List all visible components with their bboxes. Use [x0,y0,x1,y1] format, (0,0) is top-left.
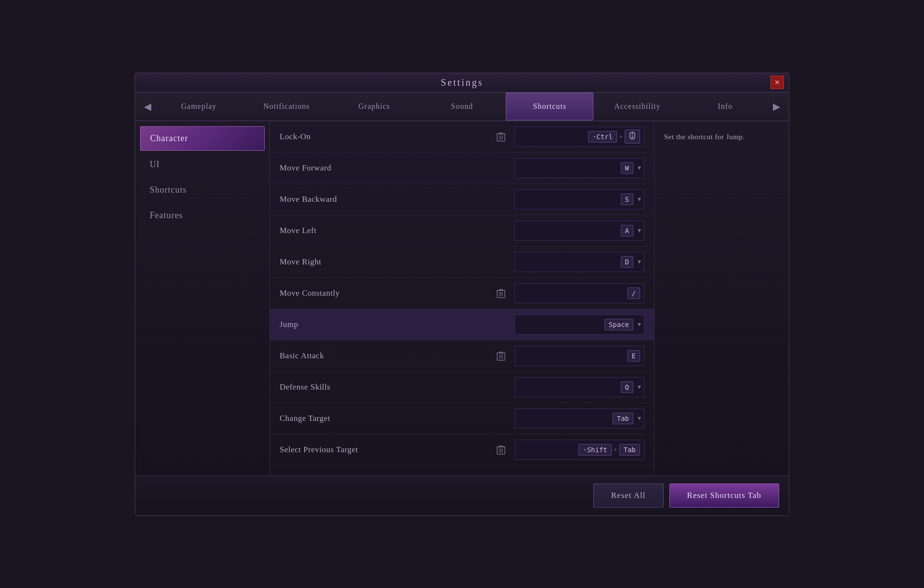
info-text: Set the shortcut for Jump. [664,133,745,141]
shortcuts-list: Lock-On ·Ctrl+ Move ForwardWMove Backwar… [270,121,654,475]
sidebar-item-shortcuts[interactable]: Shortcuts [140,178,265,202]
shortcut-row-defense-skills: Defense SkillsQ [270,372,654,403]
shortcut-row-move-right: Move RightD [270,247,654,278]
key-binding-jump[interactable]: Space [514,314,644,335]
reset-shortcuts-tab-button[interactable]: Reset Shortcuts Tab [669,483,779,508]
tabs-bar: ◀ Gameplay Notifications Graphics Sound … [135,92,789,121]
shortcut-label-move-constantly: Move Constantly [280,288,493,298]
tab-notifications[interactable]: Notifications [243,92,330,120]
trash-icon-select-previous-target[interactable] [493,442,509,457]
shortcut-label-basic-attack: Basic Attack [280,351,493,361]
key-binding-change-target[interactable]: Tab [514,408,644,429]
close-button[interactable]: ✕ [770,76,784,89]
title-bar: Settings ✕ [135,73,789,92]
sidebar-item-features[interactable]: Features [140,204,265,227]
sidebar-item-character[interactable]: Character [140,126,265,151]
svg-point-7 [632,137,633,138]
tab-gameplay[interactable]: Gameplay [155,92,243,120]
shortcut-label-jump: Jump [280,320,493,329]
settings-window: Settings ✕ ◀ Gameplay Notifications Grap… [135,73,789,516]
info-panel: Set the shortcut for Jump. [654,121,789,475]
tab-info[interactable]: Info [681,92,769,120]
shortcut-row-move-left: Move LeftA [270,215,654,247]
shortcut-row-lock-on: Lock-On ·Ctrl+ [270,121,654,153]
sidebar-item-ui[interactable]: UI [140,153,265,176]
shortcut-label-change-target: Change Target [280,414,493,423]
shortcut-row-change-target: Change TargetTab [270,403,654,434]
key-binding-defense-skills[interactable]: Q [514,377,644,397]
shortcut-row-move-backward: Move BackwardS [270,184,654,215]
content-area: Character UI Shortcuts Features Lock-On [135,121,789,475]
window-title: Settings [441,77,483,88]
shortcut-row-jump: JumpSpace [270,309,654,340]
footer-bar: Reset All Reset Shortcuts Tab [135,475,789,515]
shortcut-label-defense-skills: Defense Skills [280,382,493,392]
shortcut-row-move-forward: Move ForwardW [270,153,654,184]
tab-sound[interactable]: Sound [418,92,506,120]
shortcut-label-move-right: Move Right [280,257,493,267]
tab-left-arrow[interactable]: ◀ [140,101,155,112]
trash-icon-lock-on[interactable] [493,129,509,144]
shortcut-row-basic-attack: Basic Attack E [270,340,654,372]
shortcut-row-move-constantly: Move Constantly / [270,278,654,309]
key-binding-move-left[interactable]: A [514,221,644,241]
key-binding-move-constantly[interactable]: / [514,283,644,303]
trash-icon-basic-attack[interactable] [493,348,509,364]
sidebar: Character UI Shortcuts Features [135,121,270,475]
shortcut-label-move-left: Move Left [280,226,493,235]
key-binding-move-forward[interactable]: W [514,158,644,178]
shortcut-row-select-previous-target: Select Previous Target ·Shift+Tab [270,434,654,466]
shortcut-label-select-previous-target: Select Previous Target [280,445,493,455]
trash-icon-move-constantly[interactable] [493,286,509,301]
key-binding-move-backward[interactable]: S [514,189,644,209]
key-binding-basic-attack[interactable]: E [514,346,644,366]
tab-right-arrow[interactable]: ▶ [769,101,784,112]
tab-accessibility[interactable]: Accessibility [593,92,681,120]
key-binding-move-right[interactable]: D [514,252,644,272]
shortcut-label-lock-on: Lock-On [280,132,493,142]
reset-all-button[interactable]: Reset All [593,483,664,508]
key-binding-lock-on[interactable]: ·Ctrl+ [514,127,644,147]
shortcut-label-move-forward: Move Forward [280,163,493,173]
shortcut-label-move-backward: Move Backward [280,195,493,204]
key-binding-select-previous-target[interactable]: ·Shift+Tab [514,440,644,460]
tab-graphics[interactable]: Graphics [331,92,418,120]
tab-shortcuts[interactable]: Shortcuts [506,92,593,120]
